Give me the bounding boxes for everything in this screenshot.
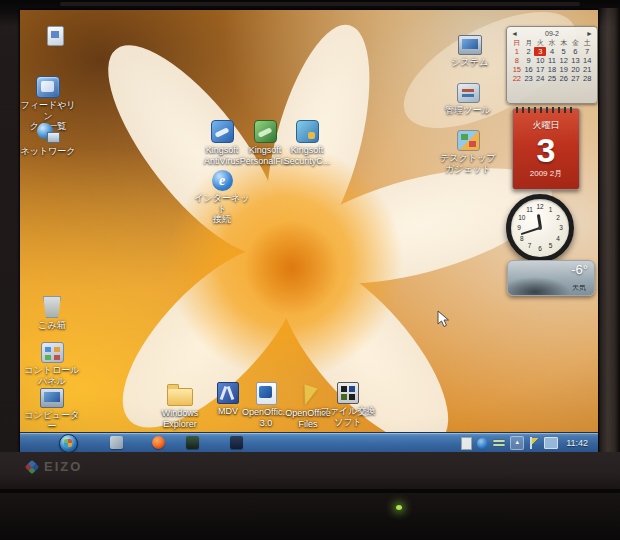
icon-label: システム (438, 57, 502, 68)
calendar-date: 20 (570, 65, 582, 74)
calendar-date: 14 (581, 56, 593, 65)
tray-flag-icon[interactable] (529, 437, 539, 449)
kingsoft-personal-firewall-icon (254, 120, 277, 143)
screen: フィードやリン クの一覧 ネットワーク ごみ箱 コントロール パネル (20, 10, 598, 452)
windows-logo-icon (64, 439, 72, 447)
weather-gadget[interactable]: -6° 天気 (507, 260, 595, 296)
power-led (396, 505, 402, 510)
computer-icon (40, 388, 64, 408)
icon-label: ネットワーク (20, 146, 80, 157)
start-button[interactable] (59, 434, 78, 452)
desktop-icon-system[interactable]: システム (438, 35, 502, 68)
system-icon (458, 35, 482, 55)
recycle-bin-icon (43, 296, 61, 318)
desktop-icon-internet-shortcut[interactable]: インターネット 接続 (190, 170, 254, 225)
monitor-brand: EIZO (26, 459, 82, 474)
clock-center-pin (538, 226, 542, 230)
date-card-year-month: 2009 2月 (513, 168, 579, 179)
calendar-date: 23 (523, 74, 535, 83)
quick-launch-media-player[interactable] (152, 436, 165, 449)
calendar-date: 13 (570, 56, 582, 65)
calendar-prev-icon[interactable]: ◄ (511, 30, 518, 37)
calendar-dates: 1234567891011121314151617181920212223242… (511, 47, 593, 83)
quick-launch-app-1[interactable] (186, 436, 199, 449)
icon-label: コンピュータ ー (20, 410, 84, 431)
taskbar: ▲ 11:42 (20, 432, 598, 452)
quick-launch-app-2[interactable] (230, 436, 243, 449)
tray-display-icon[interactable] (544, 437, 558, 449)
calendar-date: 18 (546, 65, 558, 74)
desktop-icon-computer[interactable]: コンピュータ ー (20, 388, 84, 431)
admin-tools-icon (457, 83, 480, 103)
clock-number: 6 (535, 245, 545, 253)
icon-label: ファイル交換 ソフト (316, 406, 380, 427)
desktop-icon-desktop-gadget[interactable]: デスクトップ ガジェット (436, 130, 500, 174)
calendar-date: 26 (558, 74, 570, 83)
calendar-gadget[interactable]: ◄ 09-2 ► 日月火水木金土 12345678910111213141516… (506, 26, 598, 104)
system-tray: ▲ 11:42 (461, 433, 588, 452)
tray-document-icon[interactable] (461, 437, 472, 450)
tray-network-meter-icon[interactable] (493, 438, 505, 448)
clock-number: 2 (553, 214, 563, 222)
eizo-emblem-icon (25, 459, 39, 473)
monitor-photo: フィードやリン クの一覧 ネットワーク ごみ箱 コントロール パネル (0, 0, 620, 540)
taskbar-clock[interactable]: 11:42 (566, 438, 588, 448)
calendar-date: 16 (523, 65, 535, 74)
gadget-icon (457, 130, 480, 151)
desktop-icon-kingsoft-security-center[interactable]: Kingsoft SecurityC... (275, 120, 339, 166)
calendar-date: 1 (511, 47, 523, 56)
calendar-weekday: 土 (581, 38, 593, 47)
calendar-next-icon[interactable]: ► (586, 30, 593, 37)
calendar-weekday-row: 日月火水木金土 (511, 38, 593, 47)
quill-icon (298, 384, 317, 407)
icon-label: ごみ箱 (20, 320, 84, 331)
clock-number: 12 (535, 203, 545, 211)
clock-number: 11 (525, 206, 535, 214)
clock-gadget[interactable]: 121234567891011 (506, 194, 574, 262)
weather-caption: 天気 (572, 283, 586, 293)
calendar-date: 5 (558, 47, 570, 56)
calendar-date: 17 (534, 65, 546, 74)
calendar-date: 19 (558, 65, 570, 74)
calendar-date: 10 (534, 56, 546, 65)
desktop-icon-network[interactable]: ネットワーク (20, 122, 80, 157)
weather-temperature: -6° (571, 262, 588, 277)
mouse-cursor (437, 310, 451, 328)
calendar-date: 11 (546, 56, 558, 65)
calendar-weekday: 月 (523, 38, 535, 47)
tray-kingsoft-icon[interactable] (477, 438, 488, 449)
clock-number: 10 (517, 214, 527, 222)
bezel-right-highlight (598, 8, 620, 492)
calendar-date: 6 (570, 47, 582, 56)
file-exchange-icon (337, 382, 359, 404)
calendar-date: 15 (511, 65, 523, 74)
calendar-date: 3 (534, 47, 546, 56)
calendar-weekday: 木 (558, 38, 570, 47)
clock-number: 3 (556, 224, 566, 232)
calendar-date: 27 (570, 74, 582, 83)
icon-label: インターネット 接続 (190, 193, 254, 225)
calendar-date: 22 (511, 74, 523, 83)
desktop-icon-file-exchange[interactable]: ファイル交換 ソフト (316, 382, 380, 427)
date-card-gadget[interactable]: 火曜日 3 2009 2月 (512, 108, 580, 190)
calendar-weekday: 火 (534, 38, 546, 47)
monitor-base (0, 493, 620, 540)
bezel-top-highlight (60, 2, 580, 6)
quick-launch-show-desktop[interactable] (110, 436, 123, 449)
tray-expand-button[interactable]: ▲ (510, 436, 524, 450)
calendar-date: 7 (581, 47, 593, 56)
calendar-weekday: 日 (511, 38, 523, 47)
clock-number: 7 (525, 242, 535, 250)
control-panel-icon (41, 342, 64, 363)
calendar-date: 12 (558, 56, 570, 65)
desktop-icon-control-panel[interactable]: コントロール パネル (20, 342, 84, 386)
calendar-date: 8 (511, 56, 523, 65)
desktop-icon-recycle-bin[interactable]: ごみ箱 (20, 296, 84, 331)
calendar-date: 2 (523, 47, 535, 56)
calendar-date: 25 (546, 74, 558, 83)
desktop-icon-admin-tools[interactable]: 管理ツール (436, 83, 500, 116)
calendar-date: 4 (546, 47, 558, 56)
kingsoft-security-center-icon (296, 120, 319, 143)
desktop-icon-document[interactable] (23, 26, 87, 46)
folder-icon (167, 388, 193, 406)
